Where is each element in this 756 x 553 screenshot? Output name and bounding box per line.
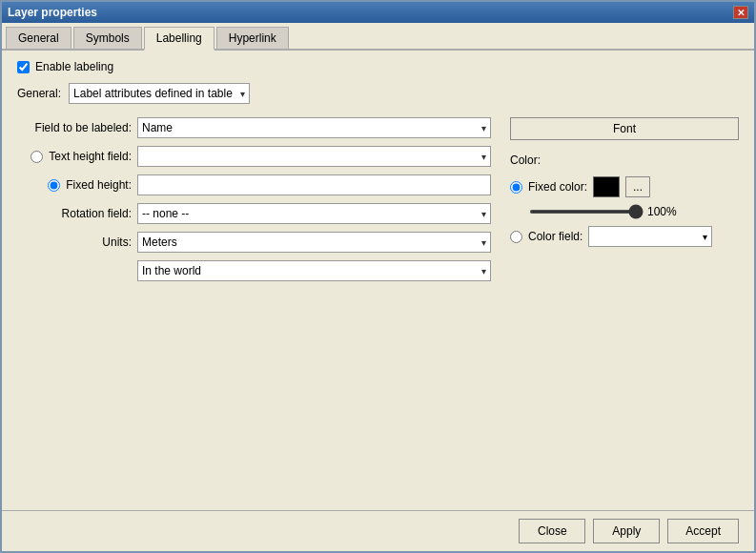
fixed-color-row: Fixed color: ...	[510, 176, 739, 197]
field-dropdown[interactable]: Name ▾	[137, 117, 491, 138]
opacity-slider[interactable]	[529, 210, 644, 214]
main-panel: Field to be labeled: Name ▾ Text height …	[17, 117, 739, 501]
fixed-height-row: Fixed height: 10	[17, 174, 491, 195]
units-sub-value: In the world	[142, 264, 201, 277]
bottom-bar: Close Apply Accept	[2, 510, 754, 551]
tab-hyperlink[interactable]: Hyperlink	[216, 27, 289, 49]
rotation-value: -- none --	[142, 207, 189, 220]
general-dropdown[interactable]: Label attributes defined in table ▾	[69, 83, 250, 104]
text-height-radio[interactable]	[31, 151, 43, 163]
enable-labeling-row: Enable labeling	[17, 60, 739, 73]
font-button[interactable]: Font	[510, 117, 739, 140]
fixed-height-input[interactable]: 10	[137, 174, 491, 195]
field-label: Field to be labeled:	[17, 121, 132, 134]
text-height-arrow: ▾	[481, 152, 486, 162]
text-height-field-row: Text height field: ▾	[17, 146, 491, 167]
units-dropdown[interactable]: Meters ▾	[137, 232, 491, 253]
close-button[interactable]: Close	[519, 519, 585, 543]
units-arrow: ▾	[481, 237, 486, 248]
fixed-height-radio[interactable]	[48, 179, 60, 192]
units-sub-arrow: ▾	[481, 266, 486, 276]
color-label: Color:	[510, 154, 739, 167]
field-value: Name	[142, 121, 173, 134]
units-row: Units: Meters ▾	[17, 232, 491, 253]
enable-labeling-checkbox[interactable]	[17, 61, 30, 73]
accept-button[interactable]: Accept	[667, 519, 739, 543]
enable-labeling-label: Enable labeling	[35, 60, 113, 73]
units-value: Meters	[142, 236, 177, 249]
color-field-row: Color field: ▾	[510, 226, 739, 247]
color-field-label: Color field:	[528, 230, 582, 243]
text-height-label: Text height field:	[49, 150, 132, 163]
tab-general[interactable]: General	[6, 27, 72, 49]
general-label: General:	[17, 87, 61, 100]
color-field-radio[interactable]	[510, 231, 522, 243]
fixed-color-label: Fixed color:	[528, 180, 587, 194]
fixed-color-radio[interactable]	[510, 181, 522, 194]
general-dropdown-value: Label attributes defined in table	[73, 87, 233, 100]
tab-symbols[interactable]: Symbols	[73, 27, 142, 49]
general-row: General: Label attributes defined in tab…	[17, 83, 739, 104]
color-field-arrow: ▾	[703, 232, 707, 242]
rotation-arrow: ▾	[481, 209, 486, 219]
field-arrow: ▾	[481, 123, 486, 133]
units-label: Units:	[17, 236, 132, 249]
tab-bar: General Symbols Labelling Hyperlink	[2, 23, 754, 51]
general-dropdown-arrow: ▾	[240, 89, 245, 99]
window-title: Layer properties	[8, 6, 97, 19]
fixed-height-label: Fixed height:	[66, 178, 132, 192]
text-height-dropdown[interactable]: ▾	[137, 146, 491, 167]
window-close-button[interactable]: ✕	[733, 6, 748, 19]
apply-button[interactable]: Apply	[593, 519, 660, 543]
content-area: Enable labeling General: Label attribute…	[2, 51, 754, 510]
rotation-label: Rotation field:	[17, 207, 132, 220]
rotation-dropdown[interactable]: -- none -- ▾	[137, 203, 491, 224]
field-to-be-labeled-row: Field to be labeled: Name ▾	[17, 117, 491, 138]
opacity-value: 100%	[647, 205, 677, 218]
layer-properties-window: Layer properties ✕ General Symbols Label…	[0, 0, 756, 553]
right-panel: Font Color: Fixed color: ... 100%	[510, 117, 739, 501]
units-sub-dropdown[interactable]: In the world ▾	[137, 260, 491, 281]
units-sub-row: In the world ▾	[17, 260, 491, 281]
color-ellipsis-button[interactable]: ...	[625, 176, 650, 197]
opacity-slider-row: 100%	[529, 205, 739, 218]
title-bar: Layer properties ✕	[2, 2, 754, 23]
tab-labelling[interactable]: Labelling	[144, 27, 215, 51]
color-field-dropdown[interactable]: ▾	[588, 226, 712, 247]
left-panel: Field to be labeled: Name ▾ Text height …	[17, 117, 491, 501]
color-swatch[interactable]	[593, 176, 620, 197]
rotation-field-row: Rotation field: -- none -- ▾	[17, 203, 491, 224]
